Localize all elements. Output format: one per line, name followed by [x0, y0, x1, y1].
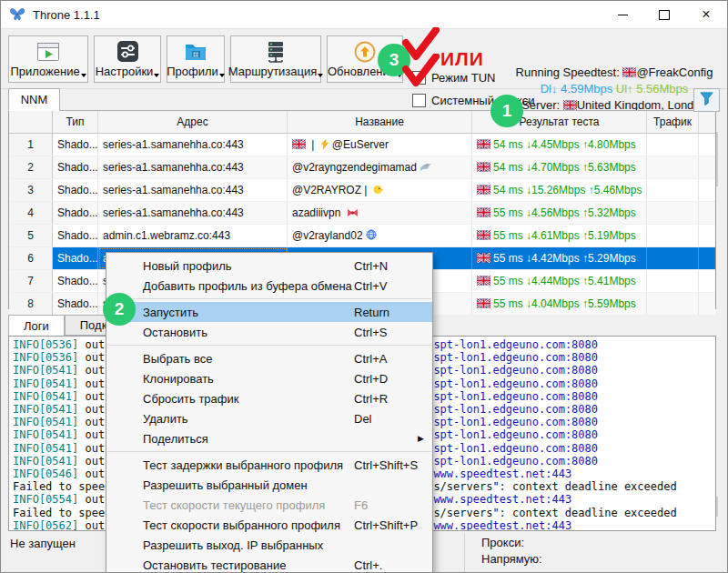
- table-header-row: ТипАдресНазваниеРезультат тестаТрафик: [9, 111, 715, 134]
- close-button[interactable]: ×: [685, 1, 727, 28]
- test-result-text: 54 ms ↓15.26Mbps ↑5.46Mbps: [493, 184, 642, 196]
- test-result-text: 55 ms ↓4.44Mbps ↑5.41Mbps: [493, 275, 636, 287]
- annotation-step-2: 2: [103, 293, 136, 326]
- profile-type: Shado...: [53, 293, 98, 315]
- test-result: 54 ms ↓4.70Mbps ↑5.63Mbps: [472, 156, 647, 178]
- traffic-cell: [647, 247, 699, 269]
- profile-name-text: azadiiivpn: [292, 206, 344, 219]
- table-row[interactable]: 4Shado...series-a1.samanehha.co:443azadi…: [9, 202, 715, 225]
- app-window: Throne 1.1.1 × ПриложениеНастройкиПрофил…: [0, 0, 728, 573]
- menu-item[interactable]: Остановить тестированиеCtrl+.: [106, 555, 432, 573]
- traffic-cell: [647, 156, 699, 178]
- menu-item[interactable]: Добавить профиль из буфера обменаCtrl+V: [106, 276, 432, 296]
- menu-item-label: Поделиться: [143, 432, 208, 446]
- table-row[interactable]: 3Shado...series-a1.samanehha.co:443@V2RA…: [9, 179, 715, 202]
- uk-flag-icon: [477, 184, 490, 196]
- table-row[interactable]: 5Shado...admin.c1.webramz.co:443@v2rayla…: [9, 225, 715, 247]
- row-number: 2: [9, 156, 53, 178]
- maximize-button[interactable]: [643, 1, 685, 28]
- dropdown-caret-icon: [318, 74, 323, 77]
- log-tab-logs[interactable]: Логи: [8, 315, 65, 337]
- toolbar-button-label: Настройки: [96, 65, 160, 78]
- annotation-or-label: ИЛИ: [440, 48, 484, 70]
- menu-item[interactable]: ОстановитьCtrl+S: [106, 322, 432, 342]
- profile-name-text: @v2rayngzendegimamad: [292, 161, 417, 174]
- window-controls: ×: [602, 1, 727, 28]
- settings-icon: [116, 39, 139, 64]
- minimize-button[interactable]: [602, 1, 643, 28]
- test-result: 55 ms ↓4.04Mbps ↑5.59Mbps: [472, 293, 647, 315]
- menu-item[interactable]: Новый профильCtrl+N: [106, 256, 432, 276]
- toolbar-button-routing[interactable]: Маршрутизация: [230, 35, 321, 83]
- dropdown-caret-icon: [219, 74, 225, 77]
- direct-traffic-label: Напрямую:: [481, 551, 542, 568]
- column-header[interactable]: Тип: [53, 111, 98, 133]
- filter-button[interactable]: [693, 88, 720, 112]
- menu-item-label: Удалить: [143, 412, 188, 426]
- speedtest-rates-line: Dl↓ 4.59Mbps Ul↑ 5.56Mbps: [507, 81, 722, 97]
- menu-item-shortcut: Ctrl+D: [354, 372, 388, 386]
- profile-name-text: @EuServer: [332, 138, 389, 151]
- menu-item-shortcut: Ctrl+Shift+S: [354, 458, 418, 472]
- folder-icon: [184, 39, 207, 64]
- menu-separator: [107, 451, 431, 452]
- column-header[interactable]: Название: [288, 111, 472, 133]
- menu-item-label: Тест скорости текущего профиля: [143, 498, 325, 512]
- profile-type: Shado...: [53, 247, 98, 269]
- dove-icon: [420, 161, 432, 174]
- menu-item[interactable]: Тест задержки выбранного профиляCtrl+Shi…: [106, 455, 432, 475]
- profile-type: Shado...: [53, 202, 98, 224]
- test-result-text: 54 ms ↓4.70Mbps ↑5.63Mbps: [493, 161, 636, 174]
- funnel-icon: [699, 91, 714, 109]
- menu-item[interactable]: КлонироватьCtrl+D: [106, 368, 432, 388]
- toolbar-button-profiles[interactable]: Профили: [167, 35, 225, 83]
- profile-type: Shado...: [53, 156, 98, 178]
- row-number: 6: [9, 247, 53, 269]
- servers-icon: [264, 39, 288, 64]
- profile-name: @V2RAYROZ |: [288, 179, 472, 201]
- annotation-step-1: 1: [490, 95, 523, 127]
- menu-item[interactable]: Разрешить выбранный домен: [106, 475, 432, 495]
- menu-item[interactable]: Поделиться▶: [106, 428, 432, 448]
- menu-item-label: Тест скорости выбранного профиля: [143, 518, 340, 532]
- uk-flag-icon: [477, 275, 490, 287]
- menu-item-label: Добавить профиль из буфера обмена: [143, 279, 352, 293]
- menu-item-shortcut: Ctrl+Shift+P: [354, 518, 418, 532]
- status-divider: [464, 533, 465, 573]
- column-header[interactable]: Адрес: [98, 111, 288, 133]
- menu-item-shortcut: Ctrl+R: [354, 392, 388, 406]
- menu-item[interactable]: Разрешить выход. IP выбранных: [106, 535, 432, 555]
- profile-address: series-a1.samanehha.co:443: [98, 202, 288, 224]
- toolbar-button-settings[interactable]: Настройки: [94, 35, 161, 83]
- submenu-arrow-icon: ▶: [418, 434, 424, 443]
- menu-item[interactable]: УдалитьDel: [106, 408, 432, 428]
- menu-item-label: Сбросить трафик: [143, 392, 238, 406]
- status-text: Не запущен: [10, 537, 76, 550]
- download-rate: Dl↓ 4.59Mbps: [541, 82, 612, 96]
- test-result: 55 ms ↓4.44Mbps ↑5.41Mbps: [472, 270, 647, 292]
- table-row[interactable]: 2Shado...series-a1.samanehha.co:443@v2ra…: [9, 156, 715, 179]
- menu-item-shortcut: Return: [354, 306, 389, 319]
- column-header[interactable]: Трафик: [647, 111, 699, 133]
- profile-name-text: @v2rayland02: [292, 229, 363, 242]
- menu-item[interactable]: ЗапуститьReturn: [106, 302, 432, 322]
- profile-type: Shado...: [53, 225, 98, 246]
- toolbar-button-application[interactable]: Приложение: [8, 35, 88, 83]
- menu-item[interactable]: Тест скорости выбранного профиляCtrl+Shi…: [106, 515, 432, 535]
- menu-item-label: Клонировать: [143, 372, 214, 386]
- table-row[interactable]: 1Shado...series-a1.samanehha.co:443 | @E…: [9, 134, 715, 156]
- toolbar-buttons: ПриложениеНастройкиПрофилиМаршрутизацияО…: [8, 35, 403, 83]
- traffic-cell: [647, 270, 699, 292]
- profile-address: series-a1.samanehha.co:443: [98, 156, 288, 178]
- menu-item[interactable]: Сбросить трафикCtrl+R: [106, 388, 432, 408]
- tab-strip-divider: [8, 110, 716, 111]
- system-proxy-checkbox-box: [412, 94, 426, 107]
- menu-item[interactable]: Выбрать всеCtrl+A: [106, 348, 432, 368]
- tab-nnm[interactable]: NNM: [8, 88, 60, 111]
- menu-item-shortcut: Del: [354, 412, 372, 426]
- test-result-text: 55 ms ↓4.56Mbps ↑5.32Mbps: [493, 206, 636, 219]
- traffic-status: Прокси: Напрямую:: [481, 535, 542, 568]
- menu-item-shortcut: Ctrl+S: [354, 326, 387, 339]
- test-result-text: 54 ms ↓4.45Mbps ↑4.80Mbps: [493, 138, 636, 151]
- menu-item-shortcut: Ctrl+V: [354, 279, 387, 293]
